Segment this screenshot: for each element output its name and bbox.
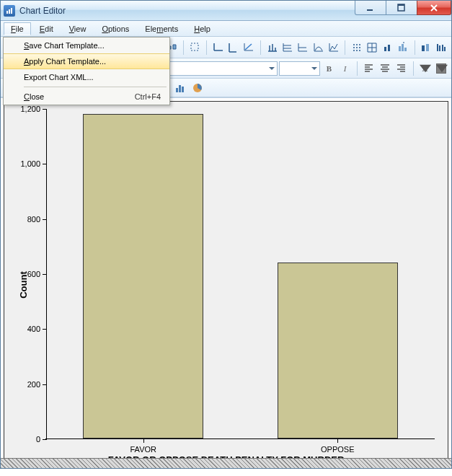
svg-point-9 (359, 44, 360, 45)
svg-rect-5 (398, 4, 404, 6)
select-tool-icon[interactable] (188, 40, 202, 56)
bar-style-icon[interactable]: A (396, 40, 409, 56)
fill-color-button[interactable] (434, 61, 448, 76)
font-size-select[interactable] (279, 61, 320, 76)
window-controls (355, 1, 451, 20)
svg-point-11 (356, 47, 358, 48)
close-shortcut: Ctrl+F4 (135, 92, 161, 101)
svg-rect-18 (399, 46, 401, 51)
chart-canvas[interactable]: Count 02004006008001,0001,200FAVOROPPOSE… (1, 97, 451, 468)
y-tick (43, 274, 46, 275)
svg-rect-1 (9, 9, 10, 14)
y-tick (43, 439, 46, 440)
y-tick (43, 219, 46, 220)
y-tick-label: 0 (12, 435, 40, 444)
svg-point-12 (359, 47, 360, 48)
data-label-icon[interactable] (265, 40, 279, 56)
menu-file[interactable]: File (4, 22, 31, 35)
y-tick-label: 400 (12, 325, 40, 333)
svg-rect-23 (426, 44, 429, 51)
x-axis-icon[interactable] (211, 40, 225, 56)
grid-dots-icon[interactable] (350, 40, 363, 56)
interpolation-icon[interactable] (327, 40, 340, 56)
font-family-select[interactable] (158, 61, 278, 76)
titlebar: Chart Editor (1, 1, 451, 21)
x-axis-line (45, 438, 435, 439)
bold-button[interactable]: B (322, 61, 336, 76)
menubar: File Edit View Options Elements Help (1, 21, 451, 37)
y-tick (43, 329, 46, 330)
svg-rect-24 (437, 44, 438, 51)
menu-apply-chart-template[interactable]: Apply Chart Template... (4, 53, 169, 69)
plot-area: 02004006008001,0001,200FAVOROPPOSE (46, 109, 435, 439)
svg-rect-16 (384, 47, 386, 51)
fit-line-icon[interactable] (242, 40, 256, 56)
menu-elements[interactable]: Elements (138, 22, 185, 35)
svg-rect-17 (388, 45, 390, 51)
y-tick-label: 600 (12, 270, 40, 278)
svg-point-10 (353, 47, 355, 48)
bar[interactable] (83, 114, 203, 438)
menu-export-chart-xml[interactable]: Export Chart XML... (4, 69, 169, 85)
y-tick-label: 800 (12, 215, 40, 224)
minimize-button[interactable] (355, 1, 386, 15)
align-left-icon[interactable] (362, 61, 376, 76)
chart-inner: Count 02004006008001,0001,200FAVOROPPOSE… (4, 101, 448, 468)
align-center-icon[interactable] (378, 61, 392, 76)
svg-point-13 (353, 50, 355, 51)
y-tick-label: 1,000 (12, 159, 40, 168)
svg-point-8 (356, 44, 358, 45)
svg-rect-22 (422, 45, 425, 51)
bar-chart-icon[interactable] (172, 80, 188, 96)
app-icon (4, 5, 15, 17)
menu-options[interactable]: Options (94, 22, 136, 35)
menu-view[interactable]: View (62, 22, 94, 35)
svg-rect-30 (182, 87, 184, 92)
svg-rect-6 (191, 43, 198, 50)
svg-rect-28 (176, 88, 178, 92)
svg-rect-29 (179, 85, 181, 92)
show-grid-icon[interactable] (280, 40, 294, 56)
grid-3x3-icon[interactable] (365, 40, 379, 56)
file-menu-dropdown: Save Chart Template... Apply Chart Templ… (3, 37, 170, 105)
x-tick-label: OPPOSE (321, 445, 354, 454)
svg-rect-20 (404, 48, 407, 51)
app-window: Chart Editor File Edit View Options Elem… (0, 0, 452, 469)
x-tick (337, 439, 338, 443)
align-right-icon[interactable] (394, 61, 408, 76)
bar-value-icon[interactable] (381, 40, 394, 56)
svg-point-14 (356, 50, 358, 51)
close-button[interactable] (417, 1, 451, 15)
window-title: Chart Editor (19, 6, 355, 16)
hide-grid-icon[interactable] (296, 40, 310, 56)
svg-rect-3 (367, 9, 373, 11)
maximize-button[interactable] (386, 1, 417, 15)
italic-button[interactable]: I (338, 61, 353, 76)
svg-point-7 (353, 44, 355, 45)
y-tick-label: 200 (12, 380, 40, 389)
distribution-icon[interactable] (311, 40, 325, 56)
hatched-spacer (1, 458, 451, 468)
x-tick-label: FAVOR (130, 445, 156, 454)
x-tick (143, 439, 144, 443)
y-tick (43, 109, 46, 110)
menu-save-chart-template[interactable]: Save Chart Template... (4, 38, 169, 53)
y-tick (43, 384, 46, 385)
menu-close[interactable]: Close Ctrl+F4 (4, 89, 169, 105)
menu-edit[interactable]: Edit (32, 22, 61, 35)
bar-group-icon[interactable] (435, 40, 448, 56)
text-color-button[interactable]: A (417, 61, 432, 76)
y-axis-icon[interactable] (227, 40, 241, 56)
bar[interactable] (278, 263, 398, 438)
explode-slice-icon[interactable] (419, 40, 433, 56)
svg-rect-2 (11, 8, 12, 14)
y-axis-line (46, 109, 47, 440)
svg-rect-19 (402, 44, 404, 51)
menu-help[interactable]: Help (187, 22, 218, 35)
pie-chart-icon[interactable] (190, 80, 205, 96)
svg-rect-25 (439, 45, 440, 51)
svg-rect-0 (6, 11, 8, 14)
svg-rect-26 (442, 45, 443, 51)
svg-text:A: A (403, 42, 404, 44)
svg-rect-27 (444, 47, 446, 51)
